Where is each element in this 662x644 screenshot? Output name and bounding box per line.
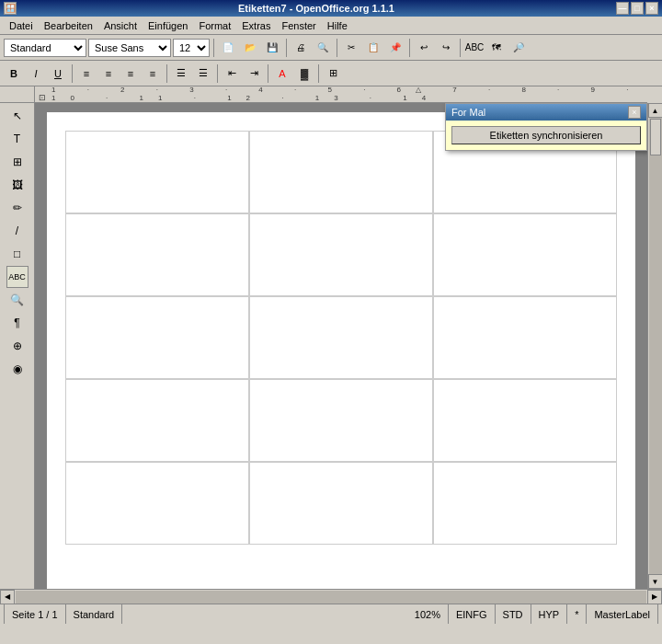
- scroll-up-button[interactable]: ▲: [648, 103, 663, 118]
- menu-extras[interactable]: Extras: [236, 18, 276, 33]
- align-right-button[interactable]: ≡: [120, 63, 141, 84]
- shapes-tool[interactable]: □: [6, 243, 29, 265]
- document-page: [47, 112, 635, 589]
- print-button[interactable]: 🖨: [291, 38, 311, 58]
- font-color-button[interactable]: A: [272, 63, 292, 84]
- redo-button[interactable]: ↪: [436, 38, 456, 58]
- separator-4: [409, 39, 410, 57]
- horizontal-ruler: ⊡ 1 · 2 · 3 · 4 · 5 · 6△ 7 · 8 · 9 · 10 …: [35, 86, 647, 103]
- spellcheck-button[interactable]: ABC: [464, 38, 485, 58]
- scroll-right-button[interactable]: ▶: [647, 590, 662, 604]
- label-cell[interactable]: [65, 296, 249, 379]
- align-left-button[interactable]: ≡: [76, 63, 97, 84]
- window-title: Etiketten7 - OpenOffice.org 1.1.1: [17, 3, 616, 14]
- label-cell[interactable]: [433, 296, 617, 379]
- scroll-thumb[interactable]: [650, 119, 661, 155]
- label-cell[interactable]: [249, 379, 433, 462]
- line-tool[interactable]: /: [6, 220, 29, 242]
- popup-close-button[interactable]: ×: [628, 106, 641, 119]
- label-cell[interactable]: [249, 131, 433, 213]
- text-tool[interactable]: T: [6, 128, 29, 150]
- list-unordered-button[interactable]: ☰: [171, 63, 191, 84]
- zoom-tool[interactable]: 🔍: [6, 289, 29, 311]
- table-tool[interactable]: ⊞: [6, 151, 29, 173]
- master-label: MasterLabel: [587, 604, 658, 624]
- page-status: Seite 1 / 1: [4, 604, 66, 624]
- label-cell[interactable]: [249, 213, 433, 296]
- menu-einfuegen[interactable]: Einfügen: [143, 18, 193, 33]
- mode-modified: *: [567, 604, 587, 624]
- close-button[interactable]: ×: [645, 2, 658, 15]
- label-cell[interactable]: [249, 296, 433, 379]
- highlight-color-button[interactable]: ▓: [294, 63, 314, 84]
- abc-tool[interactable]: ABC: [6, 266, 29, 288]
- list-ordered-button[interactable]: ☰: [193, 63, 213, 84]
- window-icon: 🪟: [4, 2, 17, 15]
- new-button[interactable]: 📄: [218, 38, 238, 58]
- menu-datei[interactable]: Datei: [4, 18, 39, 33]
- status-bar: Seite 1 / 1 Standard 102% EINFG STD HYP …: [0, 604, 662, 624]
- ruler-corner: [0, 86, 35, 103]
- popup-body: Etiketten synchronisieren: [446, 121, 646, 150]
- label-cell[interactable]: [433, 462, 617, 545]
- font-dropdown[interactable]: Suse Sans: [88, 39, 171, 57]
- undo-button[interactable]: ↩: [414, 38, 434, 58]
- indent-decrease-button[interactable]: ⇤: [222, 63, 242, 84]
- indent-increase-button[interactable]: ⇥: [244, 63, 264, 84]
- copy-button[interactable]: 📋: [363, 38, 383, 58]
- scroll-track[interactable]: [649, 118, 662, 574]
- format-toolbar: B I U ≡ ≡ ≡ ≡ ☰ ☰ ⇤ ⇥ A ▓ ⊞: [0, 61, 662, 86]
- align-justify-button[interactable]: ≡: [143, 63, 163, 84]
- format-sep-5: [318, 64, 319, 83]
- underline-button[interactable]: U: [48, 63, 68, 84]
- font-size-dropdown[interactable]: 12: [173, 39, 210, 57]
- scroll-left-button[interactable]: ◀: [0, 590, 15, 604]
- label-cell[interactable]: [249, 462, 433, 545]
- paste-button[interactable]: 📌: [385, 38, 405, 58]
- menu-hilfe[interactable]: Hilfe: [322, 18, 353, 33]
- separator-1: [213, 39, 214, 57]
- italic-button[interactable]: I: [26, 63, 46, 84]
- horizontal-scrollbar: ◀ ▶: [0, 589, 662, 604]
- menu-format[interactable]: Format: [193, 18, 236, 33]
- ruler-scroll-corner: [647, 86, 662, 103]
- style-dropdown[interactable]: Standard: [4, 39, 86, 57]
- maximize-button[interactable]: □: [631, 2, 644, 15]
- select-tool[interactable]: ↖: [6, 105, 29, 127]
- separator-3: [337, 39, 337, 57]
- bold-button[interactable]: B: [4, 63, 24, 84]
- menu-ansicht[interactable]: Ansicht: [98, 18, 143, 33]
- sync-labels-button[interactable]: Etiketten synchronisieren: [451, 126, 641, 144]
- label-cell[interactable]: [65, 462, 249, 545]
- draw-tool[interactable]: ✏: [6, 197, 29, 219]
- insert-fields[interactable]: ⊕: [6, 335, 29, 357]
- preview-button[interactable]: 🔍: [313, 38, 333, 58]
- popup-title: For Mal: [451, 107, 485, 118]
- menu-bar: Datei Bearbeiten Ansicht Einfügen Format…: [0, 17, 662, 35]
- navigator-tool[interactable]: ◉: [6, 358, 29, 380]
- label-cell[interactable]: [65, 131, 249, 213]
- menu-fenster[interactable]: Fenster: [276, 18, 321, 33]
- minimize-button[interactable]: —: [616, 2, 629, 15]
- menu-bearbeiten[interactable]: Bearbeiten: [39, 18, 98, 33]
- mode-std: STD: [496, 604, 531, 624]
- save-button[interactable]: 💾: [262, 38, 282, 58]
- label-cell[interactable]: [65, 213, 249, 296]
- table-button[interactable]: ⊞: [323, 63, 343, 84]
- cut-button[interactable]: ✂: [341, 38, 361, 58]
- format-sep-1: [72, 64, 73, 83]
- navigator-button[interactable]: 🗺: [486, 38, 507, 58]
- scroll-down-button[interactable]: ▼: [648, 574, 663, 589]
- document-canvas[interactable]: For Mal × Etiketten synchronisieren: [35, 103, 647, 589]
- label-cell[interactable]: [433, 213, 617, 296]
- align-center-button[interactable]: ≡: [98, 63, 119, 84]
- label-cell[interactable]: [65, 379, 249, 462]
- graphics-tool[interactable]: 🖼: [6, 174, 29, 196]
- formatting-marks[interactable]: ¶: [6, 312, 29, 334]
- label-cell[interactable]: [433, 379, 617, 462]
- h-scroll-track[interactable]: [16, 591, 646, 604]
- find-button[interactable]: 🔎: [508, 38, 529, 58]
- title-bar: 🪟 Etiketten7 - OpenOffice.org 1.1.1 — □ …: [0, 0, 662, 17]
- vertical-scrollbar: ▲ ▼: [647, 103, 662, 589]
- open-button[interactable]: 📂: [240, 38, 260, 58]
